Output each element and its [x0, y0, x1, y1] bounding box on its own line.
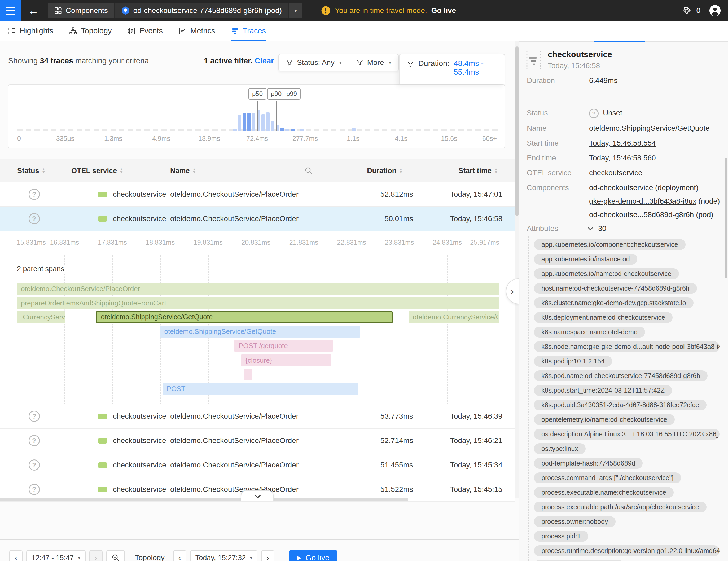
- back-arrow-icon[interactable]: ←: [28, 0, 39, 21]
- histogram-bar[interactable]: [243, 113, 246, 131]
- attribute-chip[interactable]: process.executable.name:checkoutservice: [534, 487, 674, 498]
- histogram-bar[interactable]: [247, 113, 251, 131]
- time-range-select[interactable]: 12:47 - 15:47▾: [26, 550, 86, 561]
- table-row[interactable]: ?checkoutserviceoteldemo.CheckoutService…: [0, 404, 515, 429]
- duration-filter-value[interactable]: 48.4ms - 55.4ms: [454, 59, 505, 77]
- histogram-bar[interactable]: [300, 129, 304, 131]
- span-bar-post[interactable]: POST: [163, 383, 358, 395]
- tab-events[interactable]: Events: [128, 21, 163, 41]
- attribute-chip[interactable]: k8s.pod.name:od-checkoutservice-77458d68…: [534, 370, 708, 381]
- attribute-chip[interactable]: process.executable.path:/usr/src/app/che…: [534, 502, 707, 512]
- column-header-status[interactable]: Status▲▼: [17, 159, 45, 182]
- attribute-chip[interactable]: k8s.cluster.name:gke-demo-dev.gcp.stacks…: [534, 297, 694, 308]
- panel-scrollbar-thumb[interactable]: [725, 158, 727, 278]
- duration-histogram[interactable]: 0335µs1.3ms4.9ms18.9ms72.4ms277.7ms1.1s4…: [8, 84, 505, 148]
- components-breadcrumb[interactable]: Components: [48, 3, 114, 18]
- histogram-bar[interactable]: [233, 129, 237, 131]
- sort-icon[interactable]: ▲▼: [120, 168, 123, 174]
- attribute-chip[interactable]: pod-template-hash:77458d689d: [534, 458, 643, 469]
- range-next-button[interactable]: ›: [89, 550, 103, 561]
- collapse-attributes-icon[interactable]: [588, 225, 593, 230]
- avatar[interactable]: [709, 5, 721, 17]
- attribute-chip[interactable]: process.pid:1: [534, 531, 588, 542]
- span-bar-prepareorderitemsand[interactable]: prepareOrderItemsAndShippingQuoteFromCar…: [17, 297, 499, 309]
- table-row[interactable]: ?checkoutserviceoteldemo.CheckoutService…: [0, 182, 515, 207]
- attribute-chip[interactable]: process.runtime.name:go: [534, 560, 624, 561]
- attribute-chip[interactable]: k8s.pod.ip:10.1.2.154: [534, 356, 612, 367]
- pin-icon[interactable]: [682, 6, 691, 15]
- attribute-chip[interactable]: os.type:linux: [534, 443, 586, 454]
- range-prev-button[interactable]: ‹: [9, 550, 23, 561]
- attribute-chip[interactable]: k8s.pod.start_time:2024-03-12T11:57:42Z: [534, 385, 672, 396]
- attribute-chip[interactable]: k8s.node.name:gke-gke-demo-d...ault-node…: [534, 341, 720, 352]
- attribute-chip[interactable]: os.description:Alpine Linux 3....t 18 03…: [534, 429, 720, 440]
- table-row[interactable]: ?checkoutserviceoteldemo.CheckoutService…: [0, 207, 515, 231]
- attribute-chip[interactable]: opentelemetry.io/name:od-checkoutservice: [534, 414, 675, 425]
- histogram-bar[interactable]: [238, 115, 241, 131]
- column-header-name[interactable]: Name▲▼: [170, 159, 313, 182]
- tab-traces[interactable]: Traces: [231, 21, 266, 41]
- histogram-bar[interactable]: [271, 121, 274, 131]
- attribute-chip[interactable]: app.kubernetes.io/component:checkoutserv…: [534, 239, 686, 250]
- table-row[interactable]: ?checkoutserviceoteldemo.CheckoutService…: [0, 429, 515, 453]
- expand-table-button[interactable]: [241, 490, 274, 501]
- time-next-button[interactable]: ›: [261, 550, 274, 561]
- span-bar-oteldemoshippingserv[interactable]: oteldemo.ShippingService/GetQuote: [96, 311, 392, 323]
- histogram-bar[interactable]: [252, 113, 255, 131]
- column-header-otel-service[interactable]: OTEL service▲▼: [71, 159, 123, 182]
- caret-down-icon[interactable]: ▾: [289, 3, 302, 18]
- span-bar-closure[interactable]: {closure}: [241, 354, 331, 366]
- sort-icon[interactable]: ▲▼: [399, 168, 403, 174]
- tab-metrics[interactable]: Metrics: [179, 21, 215, 41]
- attribute-chip[interactable]: app.kubernetes.io/instance:od: [534, 254, 637, 265]
- time-link[interactable]: Today, 15:46:58.554: [589, 139, 656, 147]
- zoom-out-button[interactable]: [106, 550, 125, 561]
- span-bar-sliver[interactable]: [244, 369, 252, 380]
- attribute-chip[interactable]: k8s.namespace.name:otel-demo: [534, 327, 645, 338]
- horizontal-scrollbar-thumb[interactable]: [0, 498, 408, 501]
- status-filter-button[interactable]: Status: Any▾: [279, 54, 349, 71]
- attribute-chip[interactable]: k8s.deployment.name:od-checkoutservice: [534, 312, 673, 323]
- sort-icon[interactable]: ▲▼: [42, 168, 46, 174]
- component-link[interactable]: od-checkoutservice: [589, 183, 653, 192]
- timestamp-select[interactable]: Today, 15:27:32▾: [190, 550, 258, 561]
- time-prev-button[interactable]: ‹: [173, 550, 186, 561]
- pod-selector[interactable]: od-checkoutservice-77458d689d-g8r6h (pod…: [114, 3, 289, 18]
- attribute-chip[interactable]: process.command_args:["./checkoutservice…: [534, 472, 681, 483]
- histogram-bar[interactable]: [352, 128, 356, 131]
- go-live-button[interactable]: ▶ Go live: [289, 550, 337, 561]
- parent-spans-link[interactable]: 2 parent spans: [17, 265, 67, 273]
- sort-icon[interactable]: ▲▼: [192, 168, 196, 174]
- attribute-chip[interactable]: process.runtime.description:go version g…: [534, 545, 720, 556]
- main-scrollbar-thumb[interactable]: [515, 46, 519, 216]
- attribute-chip[interactable]: k8s.pod.uid:3a430351-2cda-4d67-8d88-318f…: [534, 400, 707, 410]
- span-bar-oteldemocheckoutserv[interactable]: oteldemo.CheckoutService/PlaceOrder: [17, 283, 499, 295]
- go-live-link[interactable]: Go live: [431, 6, 456, 15]
- attribute-chip[interactable]: process.owner:nobody: [534, 516, 616, 527]
- time-link[interactable]: Today, 15:46:58.560: [589, 154, 656, 162]
- span-bar-currencyserv[interactable]: .CurrencyServ...: [17, 311, 65, 323]
- histogram-bar[interactable]: [257, 110, 260, 131]
- span-bar-oteldemoshippingserv[interactable]: oteldemo.ShippingService/GetQuote: [160, 326, 360, 338]
- menu-icon[interactable]: [0, 0, 21, 21]
- span-bar-postgetquote[interactable]: POST /getquote: [234, 340, 333, 352]
- tab-topology[interactable]: Topology: [69, 21, 112, 41]
- histogram-bar[interactable]: [285, 129, 289, 131]
- attribute-chip[interactable]: host.name:od-checkoutservice-77458d689d-…: [534, 283, 697, 294]
- duration-filter[interactable]: Duration: 48.4ms - 55.4ms: [399, 54, 505, 84]
- column-header-start-time[interactable]: Start time▲▼: [459, 159, 498, 182]
- column-header-duration[interactable]: Duration▲▼: [367, 159, 403, 182]
- span-bar-oteldemocurrencyserv[interactable]: oteldemo.CurrencyService/Co: [409, 311, 499, 323]
- clear-filters-link[interactable]: Clear: [255, 56, 274, 65]
- histogram-bar[interactable]: [266, 112, 270, 131]
- tab-highlights[interactable]: Highlights: [8, 21, 53, 41]
- attribute-chip[interactable]: app.kubernetes.io/name:od-checkoutservic…: [534, 268, 679, 279]
- component-link[interactable]: gke-gke-demo-d...3bf643a8-i8ux: [589, 197, 696, 205]
- histogram-bar[interactable]: [280, 128, 284, 131]
- search-icon[interactable]: [305, 167, 313, 175]
- table-row[interactable]: ?checkoutserviceoteldemo.CheckoutService…: [0, 453, 515, 477]
- more-filters-button[interactable]: More▾: [349, 54, 398, 71]
- component-link[interactable]: od-checkoutse...58d689d-g8r6h: [589, 211, 694, 219]
- histogram-bar[interactable]: [261, 114, 265, 131]
- sort-icon[interactable]: ▲▼: [494, 168, 498, 174]
